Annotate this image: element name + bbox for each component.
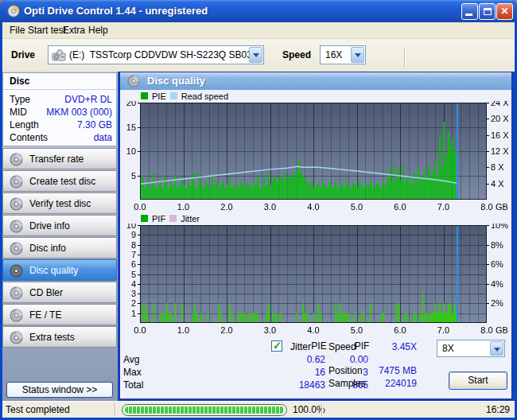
app-logo-disc-icon [7,5,20,18]
position-stat-value: 7475 MB [353,365,417,376]
pie-avg-value: 0.62 [255,354,325,365]
disc-panel-title: Disc [10,76,29,87]
progress-fill [125,406,284,414]
drive-select-value: (E:) TSSTcorp CDDVDW SH-S223Q SB03 [69,49,252,60]
disc-mid-label: MID [10,107,27,118]
sidebar-item-fe-te[interactable]: FE / TE [2,304,117,325]
sidebar-item-cd-bler[interactable]: CD Bler [2,282,117,303]
read-speed-legend-label: Read speed [181,91,228,101]
pie-legend-swatch [141,92,148,99]
avg-label: Avg [123,354,139,365]
pie-chart-legend: PIE Read speed [141,91,228,101]
disc-info-panel: Disc Type DVD+R DL MID MKM 003 (000) Len… [2,72,117,146]
sidebar-item-create-test-disc[interactable]: Create test disc [2,170,117,192]
pif-chart-legend: PIF Jitter [141,213,200,224]
disc-icon [10,197,23,211]
pif-avg-value: 0.00 [325,354,368,365]
status-window-button[interactable]: Status window >> [6,382,113,398]
jitter-checkbox[interactable]: ✓ [271,340,282,352]
panel-header: Disc quality [120,72,511,90]
disc-type-value: DVD+R DL [64,94,112,105]
pif-legend-label: PIF [152,214,165,224]
drive-select[interactable]: (E:) TSSTcorp CDDVDW SH-S223Q SB03 [48,45,264,64]
speed-select-value: 16X [325,49,342,60]
sidebar-item-verify-test-disc[interactable]: Verify test disc [2,192,117,214]
test-speed-select[interactable]: 8X [437,340,505,357]
disc-quality-panel: Disc quality PIE Read speed PIF Jitter [119,72,512,399]
drive-select-arrow-icon[interactable] [249,47,262,63]
disc-icon [10,153,23,166]
disc-contents-row: Contents data [3,131,118,144]
app-window: Opti Drive Control 1.44 - unregistered ✕… [0,0,517,420]
sidebar-item-disc-quality[interactable]: Disc quality [2,259,117,281]
drive-label: Drive [11,49,35,60]
disc-icon [10,264,23,278]
test-speed-select-arrow-icon[interactable] [490,341,503,356]
minimize-icon [465,14,472,16]
window-title: Opti Drive Control 1.44 - unregistered [24,5,208,17]
pie-chart-block: PIE Read speed [120,90,511,212]
disc-icon [10,309,23,322]
sidebar: Disc Type DVD+R DL MID MKM 003 (000) Len… [2,72,118,402]
disc-type-label: Type [10,94,30,105]
disc-contents-value: data [94,132,112,143]
disc-type-row: Type DVD+R DL [3,93,118,106]
window-border-left [0,22,2,420]
drive-icon [52,49,66,61]
test-speed-select-value: 8X [442,343,454,354]
disc-mid-value: MKM 003 (000) [46,107,112,118]
sidebar-item-label: Drive info [29,220,70,231]
checkmark-icon: ✓ [273,340,282,352]
status-message: Test completed [6,404,70,415]
disc-icon [10,242,23,255]
menu-help[interactable]: Help [83,22,114,38]
clock-time: 16:29 [472,404,510,415]
disc-icon [10,331,23,344]
disc-icon [10,175,23,189]
speed-select[interactable]: 16X [320,45,366,64]
sidebar-item-transfer-rate[interactable]: Transfer rate [2,148,117,169]
title-bar[interactable]: Opti Drive Control 1.44 - unregistered ✕ [0,0,517,22]
sidebar-item-disc-info[interactable]: Disc info [2,237,117,259]
toolbar: Drive (E:) TSSTcorp CDDVDW SH-S223Q SB03… [2,39,515,72]
progress-percent: 100.0% [293,404,325,415]
jitter-checkbox-label: Jitter [290,341,311,352]
pie-legend-label: PIE [152,91,166,101]
statusbar-divider [115,403,116,416]
sidebar-item-label: CD Bler [29,287,63,298]
statusbar-divider-2 [321,403,323,416]
status-bar: Test completed 100.0% 16:29 [2,401,515,418]
pif-chart-block: PIF Jitter [120,212,511,335]
pif-jitter-chart [120,224,511,335]
disc-quality-icon [127,75,140,88]
samples-stat-value: 224019 [353,378,417,389]
disc-mid-row: MID MKM 003 (000) [3,106,118,119]
pif-legend-swatch [141,215,148,222]
maximize-icon [484,8,492,15]
speed-stat-value: 3.45X [353,341,417,352]
disc-icon [10,220,23,233]
speed-select-arrow-icon[interactable] [351,47,364,63]
total-label: Total [123,379,143,391]
sidebar-item-label: Disc info [29,243,66,254]
max-label: Max [123,367,142,378]
speed-stat-label: Speed [328,341,356,352]
toolbar-separator [404,47,406,68]
panel-title: Disc quality [147,75,205,87]
sidebar-item-drive-info[interactable]: Drive info [2,215,117,236]
pie-read-speed-chart [120,101,511,212]
stats-panel: PIE PIF Avg Max Total 0.62 16 18463 0.00… [120,335,511,399]
speed-label: Speed [282,49,311,60]
sidebar-item-label: FE / TE [29,309,61,321]
menu-bar: File Start test Extra Help [2,22,515,39]
disc-length-value: 7.30 GB [77,119,112,130]
jitter-legend-swatch [169,215,177,222]
maximize-button[interactable] [479,3,496,20]
progress-bar [122,404,287,416]
sidebar-item-extra-tests[interactable]: Extra tests [2,326,117,348]
close-button[interactable]: ✕ [496,3,513,20]
sidebar-item-label: Disc quality [29,265,78,276]
start-button[interactable]: Start [449,371,507,390]
minimize-button[interactable] [461,3,478,20]
disc-length-label: Length [10,119,39,130]
